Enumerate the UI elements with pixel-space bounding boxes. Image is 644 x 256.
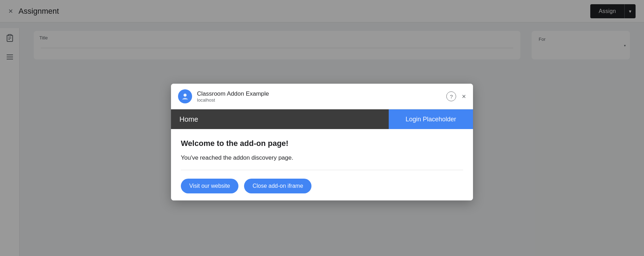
modal-header: Classroom Addon Example localhost ? ×	[171, 84, 473, 109]
modal-close-icon[interactable]: ×	[462, 92, 466, 101]
modal-overlay: Classroom Addon Example localhost ? × Ho…	[0, 0, 644, 256]
addon-name: Classroom Addon Example	[197, 90, 269, 97]
help-icon[interactable]: ?	[446, 91, 456, 101]
modal-header-right: ? ×	[446, 91, 466, 101]
background-page: × Assignment Assign ▾	[0, 0, 644, 256]
close-iframe-button[interactable]: Close add-on iframe	[244, 179, 311, 193]
modal-nav: Home Login Placeholder	[171, 109, 473, 129]
addon-modal: Classroom Addon Example localhost ? × Ho…	[171, 84, 473, 200]
addon-host: localhost	[197, 97, 269, 103]
addon-icon	[178, 89, 192, 103]
addon-info: Classroom Addon Example localhost	[197, 90, 269, 103]
nav-login-button[interactable]: Login Placeholder	[389, 109, 473, 129]
svg-point-7	[184, 94, 187, 97]
modal-divider	[181, 170, 463, 170]
nav-home-button[interactable]: Home	[171, 109, 389, 129]
modal-header-left: Classroom Addon Example localhost	[178, 89, 269, 103]
modal-content: Welcome to the add-on page! You've reach…	[171, 129, 473, 200]
modal-actions: Visit our website Close add-on iframe	[181, 179, 463, 193]
welcome-subtitle: You've reached the addon discovery page.	[181, 154, 463, 161]
welcome-title: Welcome to the add-on page!	[181, 139, 463, 148]
visit-website-button[interactable]: Visit our website	[181, 179, 238, 193]
